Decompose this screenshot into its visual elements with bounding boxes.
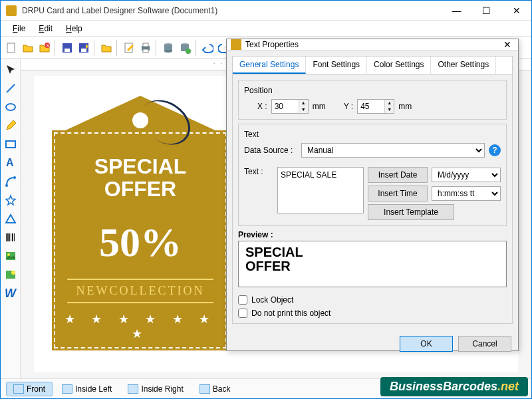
y-input[interactable] [358, 100, 384, 112]
svg-rect-25 [9, 233, 10, 241]
dialog-close-button[interactable]: ✕ [501, 39, 514, 50]
barcode-tool-icon[interactable] [3, 229, 19, 245]
minimize-button[interactable]: — [442, 1, 471, 21]
tag-newcollection: NEWCOLLECTION [67, 279, 213, 303]
svg-point-22 [13, 176, 16, 179]
database-icon[interactable] [160, 40, 176, 56]
star-tool-icon[interactable] [3, 192, 19, 208]
do-not-print-label: Do not print this object [251, 309, 331, 318]
tag-percent: 50% [54, 219, 227, 266]
open-template-icon[interactable] [98, 40, 114, 56]
pencil-tool-icon[interactable] [3, 118, 19, 134]
insert-time-button[interactable]: Insert Time [368, 186, 428, 201]
line-tool-icon[interactable] [3, 80, 19, 96]
window-controls: — ☐ ✕ [442, 1, 531, 21]
page-icon [200, 384, 210, 394]
date-format-select[interactable]: M/d/yyyy [432, 168, 501, 182]
undo-icon[interactable] [200, 40, 215, 56]
tab-color-settings[interactable]: Color Settings [367, 57, 431, 74]
titlebar: DRPU Card and Label Designer Software (D… [1, 1, 531, 21]
time-format-select[interactable]: h:mm:ss tt [432, 186, 501, 201]
y-unit: mm [398, 102, 412, 111]
price-tag-object[interactable]: SPECIALOFFER 50% NEWCOLLECTION ★ ★ ★ ★ ★… [54, 96, 227, 348]
page-tab-back[interactable]: Back [193, 382, 237, 396]
page-tab-front[interactable]: Front [6, 382, 53, 396]
svg-rect-19 [6, 141, 15, 148]
ellipse-tool-icon[interactable] [3, 99, 19, 115]
lock-object-checkbox[interactable] [238, 295, 247, 305]
tab-other-settings[interactable]: Other Settings [431, 57, 496, 74]
rectangle-tool-icon[interactable] [3, 136, 19, 152]
x-spinner[interactable]: ▲▼ [271, 99, 309, 114]
image-tool-icon[interactable] [3, 248, 19, 264]
lock-object-label: Lock Object [251, 295, 293, 305]
y-up-icon[interactable]: ▲ [384, 100, 394, 106]
svg-rect-24 [7, 233, 9, 241]
svg-rect-4 [65, 49, 70, 52]
text-input[interactable]: SPECIAL SALE [277, 167, 364, 213]
insert-template-button[interactable]: Insert Template [368, 204, 454, 220]
preview-label: Preview : [238, 230, 507, 239]
page-tab-inside-left[interactable]: Inside Left [55, 382, 118, 396]
page-tab-inside-right[interactable]: Inside Right [121, 382, 190, 396]
tag-hole-icon [130, 110, 150, 130]
preview-section: Preview : SPECIALOFFER [238, 230, 507, 287]
open-folder-icon[interactable] [20, 40, 36, 56]
data-source-select[interactable]: Manual [301, 143, 485, 158]
cancel-button[interactable]: Cancel [458, 336, 511, 352]
menu-file[interactable]: File [6, 24, 32, 33]
dialog-title: Text Properties [245, 40, 501, 49]
dialog-body: General Settings Font Settings Color Set… [227, 51, 518, 329]
position-fieldset: Position X : ▲▼ mm Y : ▲▼ mm [238, 80, 507, 120]
dialog-footer: OK Cancel [227, 329, 518, 358]
svg-text:W: W [5, 287, 17, 299]
svg-point-21 [5, 184, 8, 187]
help-icon[interactable]: ? [489, 144, 501, 156]
edit-icon[interactable] [121, 40, 137, 56]
save-icon[interactable] [59, 40, 75, 56]
tab-panel-general: Position X : ▲▼ mm Y : ▲▼ mm [232, 74, 513, 324]
y-down-icon[interactable]: ▼ [384, 106, 394, 113]
tab-general-settings[interactable]: General Settings [233, 57, 306, 74]
tab-font-settings[interactable]: Font Settings [306, 57, 367, 74]
svg-rect-6 [81, 49, 86, 52]
do-not-print-checkbox[interactable] [238, 309, 247, 318]
database-add-icon[interactable] [177, 40, 193, 56]
menu-edit[interactable]: Edit [32, 24, 59, 33]
tag-stars-icon: ★ ★ ★ ★ ★ ★ ★ [54, 312, 227, 341]
ok-button[interactable]: OK [400, 336, 453, 352]
position-label: Position [244, 86, 501, 95]
svg-rect-10 [143, 49, 148, 53]
y-label: Y : [344, 102, 353, 111]
new-document-icon[interactable] [3, 40, 19, 56]
x-input[interactable] [272, 100, 299, 112]
close-button[interactable]: ✕ [501, 1, 531, 21]
image-library-icon[interactable] [3, 267, 19, 283]
pointer-tool-icon[interactable] [3, 62, 19, 78]
x-unit: mm [313, 102, 326, 111]
y-spinner[interactable]: ▲▼ [357, 99, 394, 114]
maximize-button[interactable]: ☐ [471, 1, 501, 21]
svg-rect-23 [6, 233, 7, 241]
insert-date-button[interactable]: Insert Date [368, 167, 428, 183]
page-icon [62, 384, 72, 394]
text-fieldset: Text Data Source : Manual ? Text : SPECI… [238, 124, 507, 226]
watermark: BusinessBarcodes.net [380, 377, 528, 396]
save-as-icon[interactable] [76, 40, 92, 56]
svg-line-17 [7, 84, 15, 92]
svg-rect-28 [14, 233, 15, 241]
dialog-titlebar: Text Properties ✕ [227, 39, 518, 51]
app-icon [6, 5, 17, 16]
x-down-icon[interactable]: ▼ [299, 106, 308, 113]
svg-rect-27 [12, 233, 13, 241]
data-source-label: Data Source : [244, 146, 297, 155]
open-folder-red-icon[interactable]: ✕ [37, 40, 53, 56]
arc-tool-icon[interactable] [3, 174, 19, 190]
text-tool-icon[interactable]: A [3, 155, 19, 171]
x-up-icon[interactable]: ▲ [299, 100, 308, 106]
wordart-tool-icon[interactable]: W [3, 285, 19, 301]
print-icon[interactable] [138, 40, 154, 56]
triangle-tool-icon[interactable] [3, 211, 19, 227]
menu-help[interactable]: Help [59, 24, 89, 33]
page-icon [13, 384, 24, 394]
